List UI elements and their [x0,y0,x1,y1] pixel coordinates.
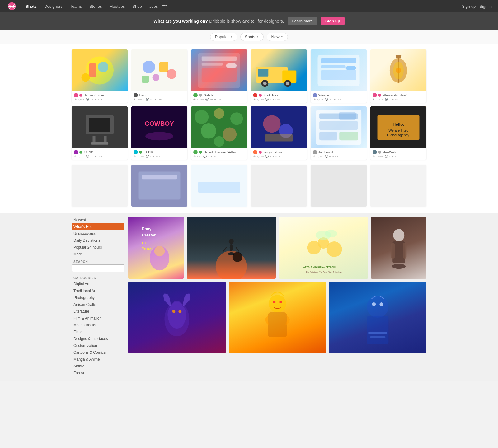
author-5: Wenjun [318,94,329,97]
nav-shop[interactable]: Shop [129,3,145,10]
da-art-pony[interactable]: Pony Creator Full Version! [128,217,184,279]
shot-card-6[interactable]: Aleksandar Savić 👁 1,715 💬 7 ♥ 140 [370,49,426,103]
sidebar-undiscovered[interactable]: Undiscovered [72,230,125,237]
svg-point-100 [273,301,275,303]
shot-card-16[interactable] [251,165,307,207]
shot-card-18[interactable] [370,165,426,207]
shot-card-5[interactable]: Wenjun 👁 2,711 💬 20 ♥ 161 [311,49,367,103]
shot-card-11[interactable]: Jan Losert 👁 1,860 💬 6 ♥ 93 [311,106,367,160]
shots-caret: ▼ [256,35,259,38]
da-art-character[interactable] [371,217,426,279]
svg-rect-52 [265,134,293,142]
da-art-silhouette[interactable] [187,217,276,279]
svg-point-48 [214,136,224,147]
author-1: James Curran [84,94,104,97]
cat-flash[interactable]: Flash [72,329,125,335]
svg-text:Global agency.: Global agency. [387,133,410,137]
cat-traditional-art[interactable]: Traditional Art [72,287,125,294]
shot-card-7[interactable]: UENO. 👁 1,073 💬 10 ♥ 118 [72,106,128,160]
da-art-beedrill[interactable]: WEEDLE • KAKUNA • BEEDRILL Bug Paintings… [279,217,368,279]
da-art-dragon[interactable] [128,282,226,353]
cat-anthro[interactable]: Anthro [72,363,125,370]
nav-jobs[interactable]: Jobs [146,3,161,10]
cat-manga-anime[interactable]: Manga & Anime [72,356,125,363]
nav-signup[interactable]: Sign up [462,4,476,9]
svg-rect-34 [89,118,110,132]
shot-card-4[interactable]: Scott Tusk 👁 1,769 💬 3 ♥ 148 [251,49,307,103]
nav-stories[interactable]: Stories [86,3,105,10]
cat-digital-art[interactable]: Digital Art [72,281,125,287]
nav-meetups[interactable]: Meetups [106,3,128,10]
author-10: justyna stasik [264,151,282,154]
shot-thumb-5 [311,49,367,91]
cat-cartoons-comics[interactable]: Cartoons & Comics [72,349,125,356]
nav-designers[interactable]: Designers [41,3,66,10]
author-12: rh—2—h [383,151,396,154]
learn-more-button[interactable]: Learn more [288,17,317,25]
nav-more[interactable]: ••• [162,3,167,10]
svg-rect-11 [202,57,237,61]
svg-point-90 [393,229,404,241]
shot-card-1[interactable]: James Curran 👁 3,151 💬 16 ♥ 279 [72,49,128,103]
svg-point-105 [380,302,383,306]
cat-literature[interactable]: Literature [72,308,125,315]
cat-motion-books[interactable]: Motion Books [72,322,125,329]
shot-card-15[interactable] [191,165,247,207]
shot-card-14[interactable] [131,165,187,207]
svg-rect-103 [367,316,389,344]
shot-card-13[interactable] [72,165,128,207]
cat-fan-art[interactable]: Fan Art [72,370,125,376]
stats-8: 👁 1,768 💬 7 ♥ 129 [134,155,185,158]
svg-rect-13 [202,68,237,82]
svg-point-104 [372,302,376,306]
svg-text:Version!: Version! [142,247,153,250]
nav-shots[interactable]: Shots [22,3,40,10]
author-2: luking [139,94,147,97]
shot-meta-1: James Curran 👁 3,151 💬 16 ♥ 279 [72,91,128,103]
promo-signup-button[interactable]: Sign up [321,17,345,25]
svg-point-4 [82,73,90,82]
badge-6 [378,94,381,97]
svg-point-46 [201,123,217,139]
stats-6: 👁 1,715 💬 7 ♥ 140 [373,98,424,101]
sidebar-more[interactable]: More ... [72,251,125,258]
nav-links: Shots Designers Teams Stories Meetups Sh… [22,3,462,10]
cat-customization[interactable]: Customization [72,342,125,349]
dribbble-logo[interactable] [6,2,17,11]
svg-rect-36 [104,136,107,143]
svg-point-19 [263,82,266,85]
cat-film-animation[interactable]: Film & Animation [72,315,125,322]
stats-10: 👁 1,266 💬 5 ♥ 103 [253,155,305,158]
shot-card-12[interactable]: Hello. We are Intec Global agency. rh—2—… [370,106,426,160]
shot-card-8[interactable]: COWBOY TUBIK 👁 1,768 💬 7 ♥ 129 [131,106,187,160]
da-art-dark[interactable] [329,282,426,353]
sidebar-popular-24h[interactable]: Popular 24 hours [72,244,125,251]
filter-now[interactable]: Now ▼ [267,33,288,41]
sidebar-whats-hot[interactable]: What's Hot [72,223,125,230]
svg-rect-38 [131,106,187,148]
cat-photography[interactable]: Photography [72,294,125,301]
cat-designs-interfaces[interactable]: Designs & Interfaces [72,335,125,342]
shot-card-3[interactable]: Gale P.h. 👁 3,266 💬 19 ♥ 235 [191,49,247,103]
svg-rect-66 [142,175,177,180]
filter-shots[interactable]: Shots ▼ [240,33,264,41]
shot-card-9[interactable]: Szende Brassai / Adline 👁 998 💬 1 ♥ 107 [191,106,247,160]
da-search-input[interactable] [72,264,125,272]
shot-card-2[interactable]: luking 👁 2,641 💬 10 ♥ 286 [131,49,187,103]
svg-rect-23 [321,58,356,63]
nav-teams[interactable]: Teams [67,3,85,10]
svg-rect-56 [319,121,358,130]
likes-1: ♥ 279 [95,98,102,101]
shot-thumb-10 [251,106,307,148]
filter-popular[interactable]: Popular ▼ [210,33,237,41]
svg-rect-14 [226,63,237,68]
da-art-golden[interactable] [229,282,326,353]
shot-card-17[interactable] [311,165,367,207]
sidebar-newest[interactable]: Newest [72,217,125,223]
svg-point-9 [153,74,160,81]
sidebar-daily-deviations[interactable]: Daily Deviations [72,237,125,244]
nav-signin[interactable]: Sign in [479,4,492,9]
comments-1: 💬 16 [86,98,93,101]
shot-card-10[interactable]: justyna stasik 👁 1,266 💬 5 ♥ 103 [251,106,307,160]
cat-artisan-crafts[interactable]: Artisan Crafts [72,301,125,308]
